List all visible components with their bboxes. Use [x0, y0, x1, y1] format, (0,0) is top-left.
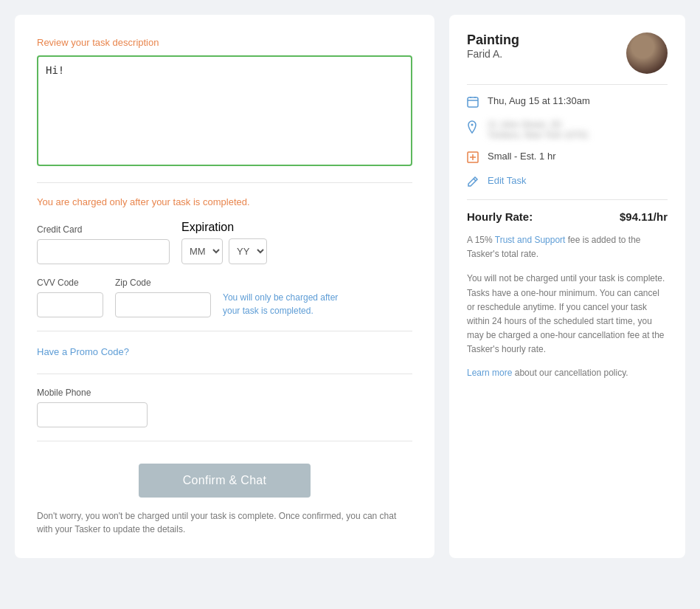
left-panel: Review your task description Hi! You are…	[15, 15, 434, 558]
task-title: Painting	[467, 32, 519, 48]
calendar-icon	[467, 96, 480, 109]
task-description-label: Review your task description	[37, 37, 412, 48]
learn-more-row: Learn more about our cancellation policy…	[467, 368, 668, 378]
charge-note: You will only be charged after your task…	[223, 291, 356, 317]
edit-icon	[467, 176, 480, 189]
zip-label: Zip Code	[115, 278, 211, 288]
divider-right-1	[467, 84, 668, 85]
learn-more-link[interactable]: Learn more	[467, 368, 512, 378]
promo-code-link[interactable]: Have a Promo Code?	[37, 346, 129, 357]
address-line2: Yonkers, New York 10701	[488, 130, 589, 140]
hourly-rate-value: $94.11/hr	[620, 210, 668, 223]
footer-note: Don't worry, you won't be charged until …	[37, 509, 412, 536]
divider-2	[37, 331, 412, 331]
size-text: Small - Est. 1 hr	[488, 151, 555, 162]
fee-note-prefix: A 15%	[467, 235, 495, 245]
mobile-label: Mobile Phone	[37, 388, 412, 398]
learn-more-suffix: about our cancellation policy.	[512, 368, 628, 378]
expiration-label: Expiration	[181, 221, 267, 234]
divider-1	[37, 182, 412, 183]
cvv-zip-row: CVV Code Zip Code You will only be charg…	[37, 278, 412, 317]
fee-note: A 15% Trust and Support fee is added to …	[467, 233, 668, 261]
divider-right-2	[467, 199, 668, 200]
location-icon	[467, 120, 480, 134]
date-time-row: Thu, Aug 15 at 11:30am	[467, 95, 668, 109]
credit-card-label: Credit Card	[37, 224, 170, 235]
divider-3	[37, 374, 412, 374]
confirm-btn-wrapper: Confirm & Chat	[37, 464, 412, 498]
right-panel: Painting Farid A. Thu, Aug 15 at 11:30am	[449, 15, 685, 558]
hourly-rate-row: Hourly Rate: $94.11/hr	[467, 210, 668, 223]
fee-trust-text: Trust and Support	[495, 235, 566, 245]
credit-card-group: Credit Card	[37, 224, 170, 264]
svg-point-4	[471, 124, 474, 126]
tasker-info: Painting Farid A.	[467, 32, 519, 70]
cvv-label: CVV Code	[37, 278, 103, 288]
credit-card-row: Credit Card Expiration MM YY	[37, 221, 412, 264]
tasker-avatar	[626, 32, 668, 74]
zip-group: Zip Code	[115, 278, 211, 317]
size-icon	[467, 151, 480, 165]
month-select[interactable]: MM	[181, 238, 223, 264]
expiry-group: Expiration MM YY	[181, 221, 267, 264]
confirm-chat-button[interactable]: Confirm & Chat	[139, 464, 311, 498]
address-block: 21 John Street, 2D Yonkers, New York 107…	[488, 120, 589, 140]
divider-4	[37, 441, 412, 441]
policy-note: You will not be charged until your task …	[467, 272, 668, 357]
expiry-selects: MM YY	[181, 238, 267, 264]
size-row: Small - Est. 1 hr	[467, 151, 668, 165]
hourly-rate-label: Hourly Rate:	[467, 210, 533, 223]
tasker-name: Farid A.	[467, 48, 519, 60]
tasker-header: Painting Farid A.	[467, 32, 668, 74]
cvv-group: CVV Code	[37, 278, 103, 317]
date-time-text: Thu, Aug 15 at 11:30am	[488, 95, 590, 106]
location-row: 21 John Street, 2D Yonkers, New York 107…	[467, 120, 668, 140]
mobile-section: Mobile Phone	[37, 388, 412, 427]
credit-card-input[interactable]	[37, 239, 170, 264]
year-select[interactable]: YY	[229, 238, 267, 264]
edit-task-row: Edit Task	[467, 175, 668, 189]
svg-rect-0	[468, 97, 478, 107]
address-line1: 21 John Street, 2D	[488, 120, 589, 130]
edit-task-link[interactable]: Edit Task	[488, 175, 527, 186]
zip-input[interactable]	[115, 292, 211, 317]
cvv-input[interactable]	[37, 292, 103, 317]
task-description-input[interactable]: Hi!	[37, 55, 412, 166]
mobile-input[interactable]	[37, 402, 148, 427]
svg-line-8	[474, 179, 476, 181]
charge-notice: You are charged only after your task is …	[37, 196, 412, 207]
